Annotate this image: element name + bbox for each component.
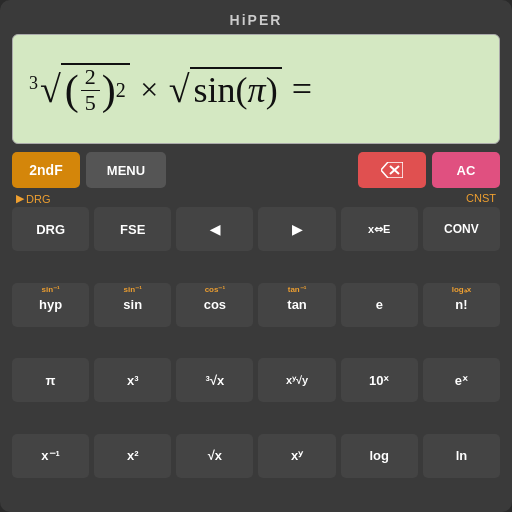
- ln-button[interactable]: ln: [423, 434, 500, 478]
- sin-button[interactable]: sin⁻¹ sin: [94, 283, 171, 327]
- e-button[interactable]: e: [341, 283, 418, 327]
- calculator: HiPER 3 √ ( 2 5 ) 2 × √: [0, 0, 512, 512]
- xrooty-button[interactable]: xʸ√y: [258, 358, 335, 402]
- right-arrow-button[interactable]: ▶: [258, 207, 335, 251]
- fse-button[interactable]: FSE: [94, 207, 171, 251]
- app-title: HiPER: [8, 8, 504, 34]
- ac-button[interactable]: AC: [432, 152, 500, 188]
- cube-root: 3 √ ( 2 5 ) 2: [29, 63, 130, 114]
- xpowy-button[interactable]: xʸ: [258, 434, 335, 478]
- hyp-button[interactable]: sin⁻¹ hyp: [12, 283, 89, 327]
- sqrt-button[interactable]: √x: [176, 434, 253, 478]
- cuberoot-button[interactable]: ³√x: [176, 358, 253, 402]
- 2ndf-button[interactable]: 2ndF: [12, 152, 80, 188]
- left-arrow-button[interactable]: ◀: [176, 207, 253, 251]
- display-expression: 3 √ ( 2 5 ) 2 × √ sin(π) =: [29, 63, 312, 114]
- xcubed-button[interactable]: x³: [94, 358, 171, 402]
- pi-button[interactable]: π: [12, 358, 89, 402]
- cos-button[interactable]: cos⁻¹ cos: [176, 283, 253, 327]
- conv-button[interactable]: CONV: [423, 207, 500, 251]
- buttons-grid: DRG FSE ◀ ▶ x⇔E CONV sin⁻¹ hyp sin⁻¹ sin…: [12, 207, 500, 504]
- xinv-button[interactable]: x⁻¹: [12, 434, 89, 478]
- xE-button[interactable]: x⇔E: [341, 207, 418, 251]
- xsquared-button[interactable]: x²: [94, 434, 171, 478]
- controls-row: 2ndF MENU AC: [12, 152, 500, 188]
- sqrt: √ sin(π): [169, 67, 282, 111]
- svg-marker-0: [381, 162, 403, 178]
- ex-button[interactable]: eˣ: [423, 358, 500, 402]
- backspace-button[interactable]: [358, 152, 426, 188]
- log-button[interactable]: log: [341, 434, 418, 478]
- drg-indicator: ▶ DRG: [16, 192, 50, 205]
- tan-button[interactable]: tan⁻¹ tan: [258, 283, 335, 327]
- backspace-icon: [381, 162, 403, 178]
- drg-button[interactable]: DRG: [12, 207, 89, 251]
- display-screen: 3 √ ( 2 5 ) 2 × √ sin(π) =: [12, 34, 500, 144]
- nfact-button[interactable]: logₐx n!: [423, 283, 500, 327]
- cnst-indicator: CNST: [466, 192, 496, 205]
- 10x-button[interactable]: 10ˣ: [341, 358, 418, 402]
- menu-button[interactable]: MENU: [86, 152, 166, 188]
- drg-cnst-row: ▶ DRG CNST: [16, 192, 496, 205]
